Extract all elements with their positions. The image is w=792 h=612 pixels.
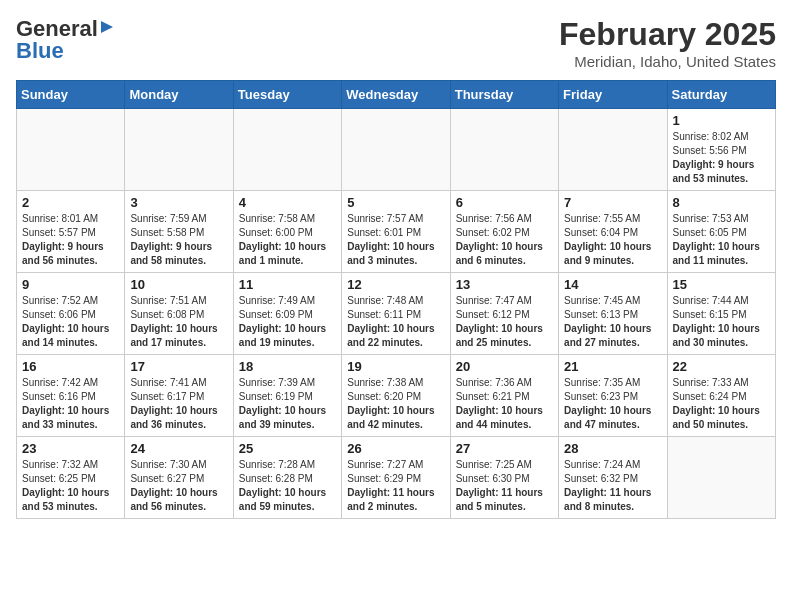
calendar-cell: 11Sunrise: 7:49 AMSunset: 6:09 PMDayligh…	[233, 273, 341, 355]
day-info: Sunrise: 7:42 AMSunset: 6:16 PMDaylight:…	[22, 376, 119, 432]
calendar-week-3: 9Sunrise: 7:52 AMSunset: 6:06 PMDaylight…	[17, 273, 776, 355]
day-info: Sunrise: 7:57 AMSunset: 6:01 PMDaylight:…	[347, 212, 444, 268]
calendar-cell: 16Sunrise: 7:42 AMSunset: 6:16 PMDayligh…	[17, 355, 125, 437]
day-number: 7	[564, 195, 661, 210]
day-info: Sunrise: 7:24 AMSunset: 6:32 PMDaylight:…	[564, 458, 661, 514]
weekday-header-friday: Friday	[559, 81, 667, 109]
calendar-cell: 22Sunrise: 7:33 AMSunset: 6:24 PMDayligh…	[667, 355, 775, 437]
day-info: Sunrise: 7:48 AMSunset: 6:11 PMDaylight:…	[347, 294, 444, 350]
day-number: 3	[130, 195, 227, 210]
calendar-cell: 2Sunrise: 8:01 AMSunset: 5:57 PMDaylight…	[17, 191, 125, 273]
day-number: 12	[347, 277, 444, 292]
day-number: 2	[22, 195, 119, 210]
svg-marker-0	[101, 21, 113, 33]
day-info: Sunrise: 7:44 AMSunset: 6:15 PMDaylight:…	[673, 294, 770, 350]
calendar-cell	[667, 437, 775, 519]
calendar-cell: 23Sunrise: 7:32 AMSunset: 6:25 PMDayligh…	[17, 437, 125, 519]
page-header: General Blue February 2025 Meridian, Ida…	[16, 16, 776, 70]
logo-blue: Blue	[16, 38, 64, 64]
calendar-cell: 12Sunrise: 7:48 AMSunset: 6:11 PMDayligh…	[342, 273, 450, 355]
calendar-cell: 20Sunrise: 7:36 AMSunset: 6:21 PMDayligh…	[450, 355, 558, 437]
calendar-cell	[450, 109, 558, 191]
day-number: 28	[564, 441, 661, 456]
day-info: Sunrise: 7:49 AMSunset: 6:09 PMDaylight:…	[239, 294, 336, 350]
calendar-cell	[17, 109, 125, 191]
weekday-header-sunday: Sunday	[17, 81, 125, 109]
day-number: 15	[673, 277, 770, 292]
day-number: 26	[347, 441, 444, 456]
day-info: Sunrise: 7:45 AMSunset: 6:13 PMDaylight:…	[564, 294, 661, 350]
day-number: 19	[347, 359, 444, 374]
calendar-cell: 13Sunrise: 7:47 AMSunset: 6:12 PMDayligh…	[450, 273, 558, 355]
day-info: Sunrise: 8:01 AMSunset: 5:57 PMDaylight:…	[22, 212, 119, 268]
day-info: Sunrise: 7:27 AMSunset: 6:29 PMDaylight:…	[347, 458, 444, 514]
calendar-cell: 10Sunrise: 7:51 AMSunset: 6:08 PMDayligh…	[125, 273, 233, 355]
month-title: February 2025	[559, 16, 776, 53]
day-number: 6	[456, 195, 553, 210]
weekday-header-tuesday: Tuesday	[233, 81, 341, 109]
day-info: Sunrise: 7:51 AMSunset: 6:08 PMDaylight:…	[130, 294, 227, 350]
calendar-cell: 1Sunrise: 8:02 AMSunset: 5:56 PMDaylight…	[667, 109, 775, 191]
day-number: 16	[22, 359, 119, 374]
calendar-week-2: 2Sunrise: 8:01 AMSunset: 5:57 PMDaylight…	[17, 191, 776, 273]
calendar-cell	[342, 109, 450, 191]
day-info: Sunrise: 7:52 AMSunset: 6:06 PMDaylight:…	[22, 294, 119, 350]
calendar-cell: 4Sunrise: 7:58 AMSunset: 6:00 PMDaylight…	[233, 191, 341, 273]
weekday-header-row: SundayMondayTuesdayWednesdayThursdayFrid…	[17, 81, 776, 109]
title-block: February 2025 Meridian, Idaho, United St…	[559, 16, 776, 70]
calendar-cell: 17Sunrise: 7:41 AMSunset: 6:17 PMDayligh…	[125, 355, 233, 437]
weekday-header-wednesday: Wednesday	[342, 81, 450, 109]
weekday-header-thursday: Thursday	[450, 81, 558, 109]
calendar-table: SundayMondayTuesdayWednesdayThursdayFrid…	[16, 80, 776, 519]
calendar-cell: 5Sunrise: 7:57 AMSunset: 6:01 PMDaylight…	[342, 191, 450, 273]
day-number: 17	[130, 359, 227, 374]
weekday-header-monday: Monday	[125, 81, 233, 109]
logo: General Blue	[16, 16, 115, 64]
weekday-header-saturday: Saturday	[667, 81, 775, 109]
calendar-cell	[125, 109, 233, 191]
calendar-week-4: 16Sunrise: 7:42 AMSunset: 6:16 PMDayligh…	[17, 355, 776, 437]
day-info: Sunrise: 7:28 AMSunset: 6:28 PMDaylight:…	[239, 458, 336, 514]
day-number: 11	[239, 277, 336, 292]
calendar-cell: 27Sunrise: 7:25 AMSunset: 6:30 PMDayligh…	[450, 437, 558, 519]
day-info: Sunrise: 7:33 AMSunset: 6:24 PMDaylight:…	[673, 376, 770, 432]
calendar-cell: 8Sunrise: 7:53 AMSunset: 6:05 PMDaylight…	[667, 191, 775, 273]
day-info: Sunrise: 7:35 AMSunset: 6:23 PMDaylight:…	[564, 376, 661, 432]
day-number: 10	[130, 277, 227, 292]
day-number: 22	[673, 359, 770, 374]
calendar-cell: 26Sunrise: 7:27 AMSunset: 6:29 PMDayligh…	[342, 437, 450, 519]
day-info: Sunrise: 7:56 AMSunset: 6:02 PMDaylight:…	[456, 212, 553, 268]
day-info: Sunrise: 7:25 AMSunset: 6:30 PMDaylight:…	[456, 458, 553, 514]
day-number: 27	[456, 441, 553, 456]
calendar-week-1: 1Sunrise: 8:02 AMSunset: 5:56 PMDaylight…	[17, 109, 776, 191]
day-info: Sunrise: 7:47 AMSunset: 6:12 PMDaylight:…	[456, 294, 553, 350]
day-info: Sunrise: 7:36 AMSunset: 6:21 PMDaylight:…	[456, 376, 553, 432]
calendar-cell: 21Sunrise: 7:35 AMSunset: 6:23 PMDayligh…	[559, 355, 667, 437]
calendar-cell: 3Sunrise: 7:59 AMSunset: 5:58 PMDaylight…	[125, 191, 233, 273]
calendar-cell: 7Sunrise: 7:55 AMSunset: 6:04 PMDaylight…	[559, 191, 667, 273]
day-info: Sunrise: 7:30 AMSunset: 6:27 PMDaylight:…	[130, 458, 227, 514]
calendar-cell: 19Sunrise: 7:38 AMSunset: 6:20 PMDayligh…	[342, 355, 450, 437]
day-number: 8	[673, 195, 770, 210]
day-number: 18	[239, 359, 336, 374]
day-info: Sunrise: 7:32 AMSunset: 6:25 PMDaylight:…	[22, 458, 119, 514]
day-info: Sunrise: 8:02 AMSunset: 5:56 PMDaylight:…	[673, 130, 770, 186]
day-number: 1	[673, 113, 770, 128]
logo-flag-icon	[99, 19, 115, 39]
calendar-cell: 18Sunrise: 7:39 AMSunset: 6:19 PMDayligh…	[233, 355, 341, 437]
calendar-cell: 14Sunrise: 7:45 AMSunset: 6:13 PMDayligh…	[559, 273, 667, 355]
day-info: Sunrise: 7:55 AMSunset: 6:04 PMDaylight:…	[564, 212, 661, 268]
day-info: Sunrise: 7:41 AMSunset: 6:17 PMDaylight:…	[130, 376, 227, 432]
location: Meridian, Idaho, United States	[559, 53, 776, 70]
day-number: 25	[239, 441, 336, 456]
calendar-cell: 28Sunrise: 7:24 AMSunset: 6:32 PMDayligh…	[559, 437, 667, 519]
day-number: 5	[347, 195, 444, 210]
day-number: 9	[22, 277, 119, 292]
day-info: Sunrise: 7:38 AMSunset: 6:20 PMDaylight:…	[347, 376, 444, 432]
day-number: 4	[239, 195, 336, 210]
calendar-cell: 9Sunrise: 7:52 AMSunset: 6:06 PMDaylight…	[17, 273, 125, 355]
day-number: 21	[564, 359, 661, 374]
day-number: 24	[130, 441, 227, 456]
calendar-cell: 24Sunrise: 7:30 AMSunset: 6:27 PMDayligh…	[125, 437, 233, 519]
day-info: Sunrise: 7:59 AMSunset: 5:58 PMDaylight:…	[130, 212, 227, 268]
